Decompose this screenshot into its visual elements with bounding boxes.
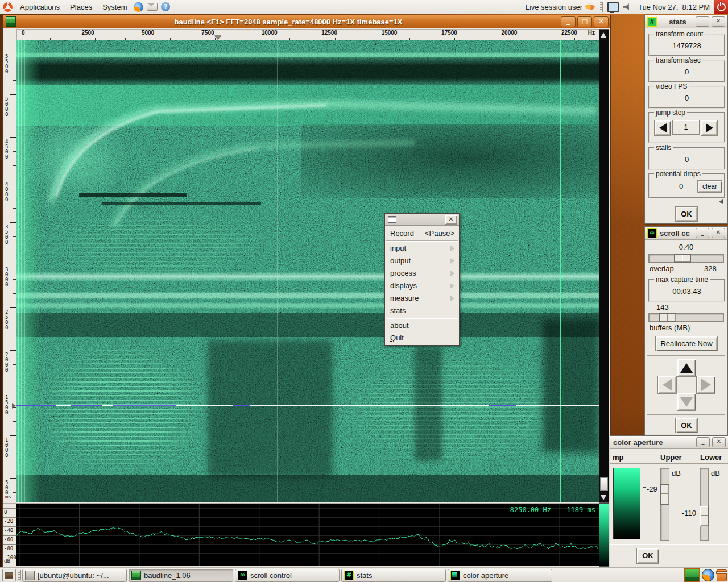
- time-tick: [10, 350, 16, 351]
- scrollbar-down-button[interactable]: [599, 492, 607, 502]
- upper-db-slider[interactable]: [660, 468, 669, 541]
- firefox-task-icon[interactable]: [702, 569, 714, 581]
- frequency-cursor-marker[interactable]: [214, 35, 221, 39]
- menu-item-about[interactable]: about: [385, 319, 459, 332]
- frequency-ruler[interactable]: Hz 0250050007500100001250015000175002000…: [16, 29, 599, 41]
- vertical-scrollbar[interactable]: [599, 29, 609, 503]
- menu-item-measure[interactable]: measure: [385, 292, 459, 305]
- menu-item-output[interactable]: output: [385, 255, 459, 267]
- scroll-control-minimize-button[interactable]: _: [696, 228, 709, 238]
- db-tick-label: 0: [4, 509, 7, 515]
- separator-arrow-icon[interactable]: [719, 199, 723, 204]
- submenu-arrow-icon: [450, 283, 454, 289]
- time-cursor-marker[interactable]: [12, 403, 16, 409]
- scroll-control-titlebar[interactable]: ∞ scroll cc _ ✕: [645, 227, 727, 240]
- task-button-stats[interactable]: #stats: [341, 569, 446, 582]
- task-button-baudline[interactable]: baudline_1.06: [129, 569, 233, 582]
- lower-slider-thumb[interactable]: [700, 506, 709, 526]
- terminal-icon: [25, 571, 35, 580]
- task-button-aperture[interactable]: color aperture: [448, 569, 552, 582]
- db-unit-label: dB: [4, 558, 10, 564]
- scroll-down-button[interactable]: [677, 393, 696, 411]
- taskbar-handle[interactable]: [18, 570, 21, 580]
- menu-item-stats[interactable]: stats: [385, 305, 459, 317]
- jump-step-value[interactable]: 1: [672, 120, 700, 135]
- show-desktop-button[interactable]: [2, 569, 16, 581]
- color-aperture-ok-button[interactable]: OK: [636, 548, 659, 564]
- time-ruler[interactable]: ms 5500500045004000350030002500200015001…: [3, 29, 17, 502]
- scroll-control-close-button[interactable]: ✕: [712, 228, 725, 238]
- minimize-button[interactable]: _: [561, 16, 576, 27]
- freq-tick: [200, 35, 200, 40]
- max-capture-time-group: max capture time 00:03:43: [648, 279, 725, 302]
- scroll-control-ok-button[interactable]: OK: [675, 418, 698, 433]
- panel-handle[interactable]: [600, 2, 603, 12]
- scrollbar-thumb[interactable]: [600, 477, 608, 491]
- scroll-right-button[interactable]: [696, 376, 715, 394]
- scroll-up-button[interactable]: [677, 359, 696, 377]
- menu-close-button[interactable]: ✕: [445, 215, 457, 225]
- menu-titlebar[interactable]: ✕: [385, 214, 459, 226]
- freq-tick-label: 2500: [81, 30, 94, 36]
- display-tray-icon[interactable]: [607, 2, 619, 12]
- jump-step-increase-button[interactable]: [701, 120, 718, 136]
- lower-db-slider[interactable]: [700, 468, 709, 541]
- scroll-left-button[interactable]: [657, 376, 677, 394]
- stats-titlebar[interactable]: # stats _ ✕: [645, 15, 727, 28]
- overlap-slider-thumb[interactable]: [674, 254, 691, 263]
- color-aperture-minimize-button[interactable]: _: [696, 437, 710, 447]
- menu-applications[interactable]: Applications: [15, 0, 65, 14]
- trash-icon[interactable]: [717, 569, 727, 581]
- transforms-sec-label: transforms/sec: [654, 56, 702, 64]
- max-capture-time-value: 00:03:43: [650, 287, 724, 296]
- menu-places[interactable]: Places: [65, 0, 97, 14]
- menu-item-input[interactable]: input: [385, 242, 459, 255]
- db-tick-label: -20: [4, 518, 13, 524]
- power-icon: [717, 3, 726, 11]
- reallocate-now-button[interactable]: Reallocate Now: [655, 336, 718, 351]
- close-button[interactable]: ✕: [594, 16, 609, 27]
- baudline-main-menu: ✕ Record <Pause> inputoutputprocessdispl…: [384, 213, 460, 346]
- mail-launcher-icon[interactable]: [147, 3, 158, 11]
- aperture-range-bracket: [643, 487, 646, 529]
- keyring-icon[interactable]: [585, 3, 595, 10]
- volume-muted-icon[interactable]: [623, 3, 631, 10]
- upper-slider-thumb[interactable]: [660, 484, 669, 505]
- menu-item-record[interactable]: Record <Pause>: [385, 227, 459, 240]
- maximize-button[interactable]: □: [577, 16, 592, 27]
- buffers-slider[interactable]: [648, 313, 724, 322]
- submenu-arrow-icon: [450, 296, 454, 301]
- color-aperture-close-button[interactable]: ✕: [712, 437, 726, 447]
- menu-item-displays[interactable]: displays: [385, 280, 459, 292]
- baudline-titlebar[interactable]: baudline <F1> FFT=2048 sample_rate=48000…: [3, 15, 610, 28]
- overlap-slider[interactable]: [648, 254, 724, 263]
- freq-tick-label: 17500: [441, 30, 457, 36]
- time-tick: [10, 265, 16, 265]
- clear-button[interactable]: clear: [697, 180, 722, 193]
- stats-close-button[interactable]: ✕: [712, 16, 725, 27]
- scrollbar-up-button[interactable]: [599, 30, 607, 40]
- buffers-slider-thumb[interactable]: [659, 313, 676, 322]
- session-user-label[interactable]: Live session user: [526, 3, 582, 11]
- color-aperture-titlebar[interactable]: color aperture _ ✕: [610, 436, 728, 449]
- menu-system[interactable]: System: [97, 0, 132, 14]
- jump-step-decrease-button[interactable]: [654, 120, 671, 136]
- clock[interactable]: Tue Nov 27, 8:12 PM: [634, 3, 714, 11]
- submenu-arrow-icon: [450, 271, 454, 276]
- menu-item-process[interactable]: process: [385, 267, 459, 280]
- shutdown-button[interactable]: [714, 0, 728, 14]
- firefox-launcher-icon[interactable]: [134, 2, 143, 12]
- ubuntu-logo-icon[interactable]: [3, 2, 13, 12]
- task-button-terminal[interactable]: [ubuntu@ubuntu: ~/...: [22, 569, 127, 582]
- video-fps-value: 0: [650, 94, 724, 102]
- aperture-icon: [450, 571, 460, 580]
- task-button-scroll[interactable]: ∞scroll control: [235, 569, 340, 582]
- workspace-switcher-icon[interactable]: [684, 568, 700, 582]
- upper-label: Upper: [660, 453, 682, 462]
- spectrum-display[interactable]: 8250.00 Hz 1189 ms: [16, 503, 599, 566]
- menu-item-quit[interactable]: Quit: [385, 332, 459, 344]
- spectrogram-display[interactable]: [16, 40, 599, 502]
- stats-ok-button[interactable]: OK: [675, 206, 698, 222]
- help-launcher-icon[interactable]: ?: [161, 2, 170, 11]
- stats-minimize-button[interactable]: _: [696, 16, 709, 27]
